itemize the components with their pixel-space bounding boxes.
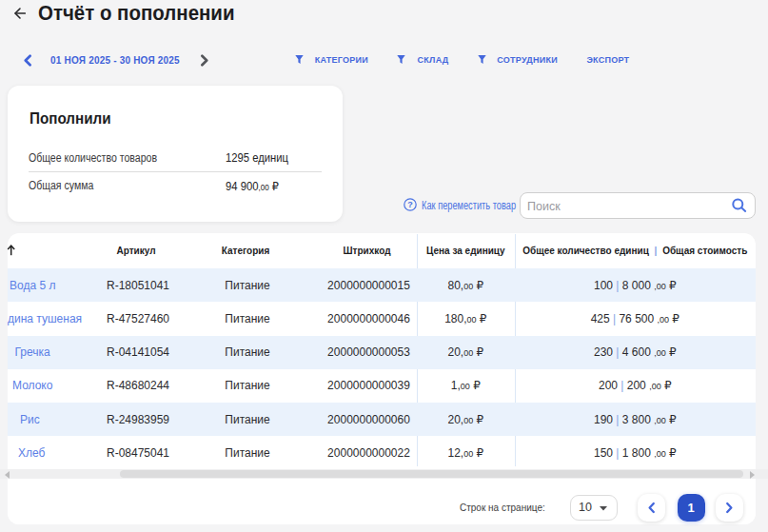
svg-text:?: ?	[407, 200, 413, 209]
